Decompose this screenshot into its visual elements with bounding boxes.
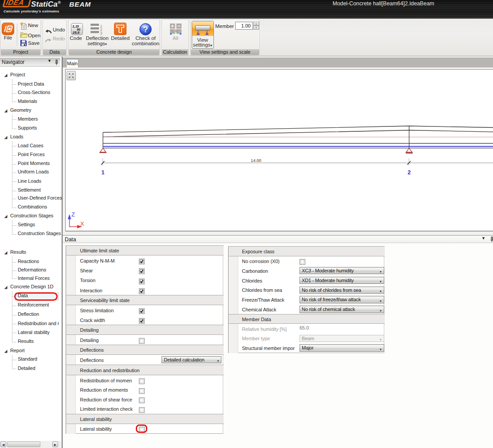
svg-text:Z: Z [71, 212, 75, 218]
svg-text:IDEA: IDEA [5, 0, 25, 6]
svg-text:25.8: 25.8 [72, 30, 79, 34]
svg-text:X: X [80, 221, 84, 227]
svg-text:1: 1 [102, 169, 105, 176]
svg-text:14.00: 14.00 [251, 158, 261, 163]
svg-text:3: 3 [100, 31, 103, 35]
svg-text:?: ? [143, 25, 148, 34]
svg-text:2: 2 [408, 169, 411, 176]
